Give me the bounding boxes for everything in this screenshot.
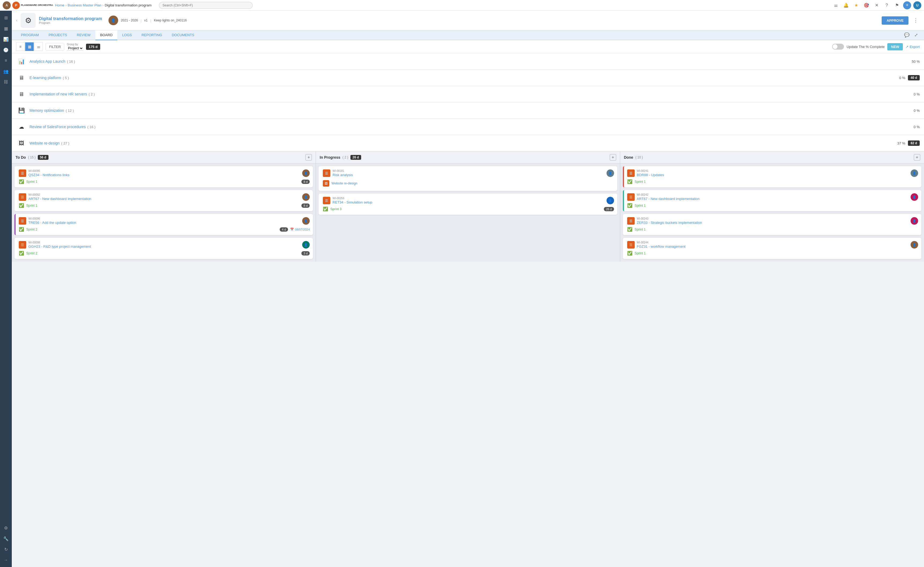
- card-header-wi00243: ☰ WI-00243 ZER33 - Strategic buckets imp…: [627, 217, 918, 225]
- card-id-wi00092: WI-00092: [28, 193, 300, 196]
- card-id-wi00244: WI-00244: [637, 241, 909, 244]
- card-avatar-wi00095: 👤: [302, 170, 310, 177]
- project-row-hr[interactable]: 🖥 Implementation of new HR servers ( 2 )…: [12, 86, 924, 102]
- kanban-title-inprogress: In Progress: [320, 155, 340, 159]
- export-button[interactable]: ↗ Export: [906, 45, 920, 49]
- kanban-add-done[interactable]: +: [914, 154, 920, 161]
- sidebar-settings-icon[interactable]: ⚙: [1, 523, 11, 533]
- sidebar-grid-icon[interactable]: ⊞: [1, 13, 11, 23]
- search-input[interactable]: [159, 2, 253, 9]
- project-row-analytics[interactable]: 📊 Analytics App Launch ( 16 ) 50 %: [12, 53, 924, 70]
- sidebar-people-icon[interactable]: 👥: [1, 66, 11, 76]
- card-wi00096[interactable]: ☰ WI-00096 TRE56 - Add the update option…: [15, 214, 313, 235]
- project-row-memory[interactable]: 💾 Memory optimization ( 12 ) 0 %: [12, 102, 924, 119]
- card-avatar-wi00242: 👤: [910, 193, 918, 201]
- toggle-slider: [832, 44, 844, 50]
- flag-icon[interactable]: ⚑: [893, 2, 901, 9]
- kanban-header-done: Done ( 10 ) +: [620, 152, 924, 164]
- wi-icon-wi00181: ☰: [323, 170, 330, 177]
- sidebar-dashboard-icon[interactable]: ▦: [1, 24, 11, 33]
- bell-icon[interactable]: 🔔: [842, 2, 850, 9]
- wi-icon-wi00098: ☰: [19, 241, 26, 248]
- export-icon: ↗: [906, 45, 909, 49]
- view-toggle: ≡ ▦ ⚌: [16, 42, 43, 51]
- close-icon[interactable]: ✕: [873, 2, 880, 9]
- check-icon-wi00244: ✅: [627, 251, 633, 256]
- card-footer-wi00244: ✅ Sprint 1: [627, 251, 918, 256]
- card-title-wi00241: BDR88 - Updates: [637, 173, 909, 177]
- breadcrumb-home[interactable]: Home: [55, 3, 64, 7]
- wi-icon-wi00241: ☰: [627, 170, 634, 177]
- group-by-dropdown[interactable]: Project: [67, 46, 83, 51]
- sidebar-connect-icon[interactable]: ⛓: [1, 77, 11, 87]
- tab-reporting[interactable]: REPORTING: [136, 30, 167, 40]
- project-row-website[interactable]: 🖼 Website re-design ( 27 ) 37 % 82 d: [12, 135, 924, 152]
- project-icon-salesforce: ☁: [16, 122, 27, 132]
- card-header-wi00241: ☰ WI-00241 BDR88 - Updates 👤: [627, 170, 918, 177]
- sidebar-tools-icon[interactable]: 🔧: [1, 534, 11, 543]
- card-title-wi00095: QSZ34 - Notifications links: [28, 173, 300, 177]
- filter-button[interactable]: FILTER: [45, 43, 64, 51]
- card-title-wi00242: ART67 - New dashboard implementation: [637, 197, 909, 201]
- kanban-add-inprogress[interactable]: +: [610, 154, 616, 161]
- filter-icon-btn[interactable]: ⚌: [34, 42, 43, 51]
- card-footer-wi00096: ✅ Sprint 2 4 d 📅 08/07/2024: [19, 227, 310, 232]
- card-wi00243[interactable]: ☰ WI-00243 ZER33 - Strategic buckets imp…: [623, 214, 921, 235]
- kanban-col-inprogress: In Progress ( 2 ) 26 d + ☰ WI-00181: [316, 152, 620, 262]
- card-header-wi00092: ☰ WI-00092 ART67 - New dashboard impleme…: [19, 193, 310, 201]
- check-icon-wi00243: ✅: [627, 227, 633, 232]
- card-wi00241[interactable]: ☰ WI-00241 BDR88 - Updates 👤 ✅ Sprint 1: [623, 166, 921, 187]
- card-sprint-wi00098: Sprint 2: [26, 251, 37, 255]
- fullscreen-icon[interactable]: ⤢: [912, 32, 920, 39]
- help-icon[interactable]: ?: [883, 2, 891, 9]
- board-view-btn[interactable]: ▦: [25, 42, 34, 51]
- card-info-wi00243: WI-00243 ZER33 - Strategic buckets imple…: [637, 217, 909, 225]
- project-percent-salesforce: 0 %: [914, 125, 920, 129]
- tab-logs[interactable]: LOGS: [117, 30, 136, 40]
- user-avatar[interactable]: A: [3, 2, 11, 9]
- program-menu-button[interactable]: ⋮: [912, 17, 920, 24]
- add-button[interactable]: +: [903, 2, 911, 9]
- wi-icon-wi00095: ☰: [19, 170, 26, 177]
- card-wi00181[interactable]: ☰ WI-00181 Risk analysis 👤 🖼 Website re-…: [318, 166, 617, 191]
- star-icon[interactable]: ★: [852, 2, 860, 9]
- user-profile-avatar[interactable]: U: [913, 2, 921, 9]
- card-id-wi00253: WI-00253: [333, 197, 604, 200]
- card-wi00092[interactable]: ☰ WI-00092 ART67 - New dashboard impleme…: [15, 190, 313, 211]
- card-title-wi00096: TRE56 - Add the update option: [28, 221, 300, 225]
- tab-projects[interactable]: PROJECTS: [44, 30, 72, 40]
- tab-program[interactable]: PROGRAM: [16, 30, 44, 40]
- kanban-add-todo[interactable]: +: [305, 154, 312, 161]
- update-toggle[interactable]: [832, 44, 844, 50]
- expand-button[interactable]: ‹: [16, 18, 17, 23]
- card-wi00244[interactable]: ☰ WI-00244 FGZ31 - workflow management 👤…: [623, 238, 921, 259]
- kanban-title-done: Done: [624, 155, 633, 159]
- sidebar-logout-icon[interactable]: →: [1, 555, 11, 565]
- sidebar-list-icon[interactable]: ≡: [1, 56, 11, 65]
- logo-text: PLANISWARE ORCHESTRA: [21, 4, 53, 7]
- project-icon-analytics: 📊: [16, 56, 27, 67]
- sidebar-chart-icon[interactable]: 📊: [1, 34, 11, 44]
- tab-board[interactable]: BOARD: [95, 30, 117, 40]
- tab-documents[interactable]: DOCUMENTS: [167, 30, 199, 40]
- sidebar-clock-icon[interactable]: 🕐: [1, 45, 11, 55]
- list-view-btn[interactable]: ≡: [16, 42, 25, 51]
- project-name-salesforce: Review of SalesForce procedures: [30, 125, 86, 129]
- top-nav: A P PLANISWARE ORCHESTRA Home › Business…: [0, 0, 924, 11]
- project-row-elearning[interactable]: 🖥 E-learning platform ( 5 ) 0 % 40 d: [12, 70, 924, 86]
- tab-review[interactable]: REVIEW: [72, 30, 95, 40]
- card-wi00242[interactable]: ☰ WI-00242 ART67 - New dashboard impleme…: [623, 190, 921, 211]
- card-wi00253[interactable]: ☰ WI-00253 RET34 - Simulation setup 👤 ✅ …: [318, 194, 617, 215]
- target-icon[interactable]: 🎯: [862, 2, 870, 9]
- sidebar-sync-icon[interactable]: ↻: [1, 544, 11, 554]
- comment-icon[interactable]: 💬: [903, 32, 910, 39]
- check-icon-wi00095: ✅: [19, 179, 24, 184]
- card-wi00098[interactable]: ☰ WI-00098 GGH23 - R&D type project mana…: [15, 238, 313, 259]
- filter-icon[interactable]: ⚌: [832, 2, 840, 9]
- new-button[interactable]: NEW: [887, 43, 903, 50]
- card-wi00095[interactable]: ☰ WI-00095 QSZ34 - Notifications links 👤…: [15, 166, 313, 187]
- project-row-salesforce[interactable]: ☁ Review of SalesForce procedures ( 16 )…: [12, 119, 924, 135]
- search-bar: [159, 2, 253, 9]
- approve-button[interactable]: APPROVE: [882, 17, 909, 25]
- breadcrumb-master[interactable]: Business Master Plan: [68, 3, 102, 7]
